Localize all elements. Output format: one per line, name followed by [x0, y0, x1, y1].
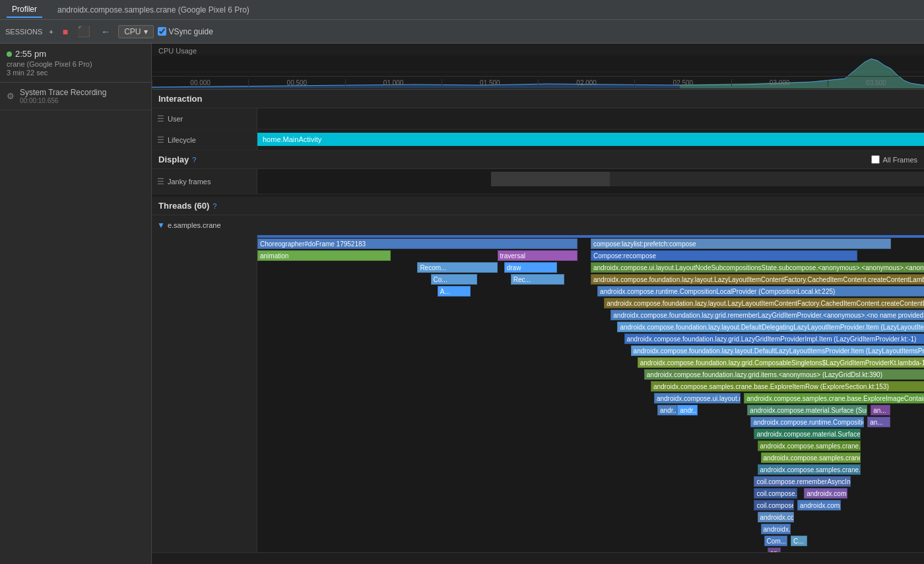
rec-block[interactable]: Rec... — [511, 274, 564, 285]
row11: androidx.compose.foundation.lazy.grid.it… — [257, 369, 924, 380]
compose-com-block[interactable]: androidx.com... — [758, 512, 795, 522]
thread-labels-col — [152, 235, 257, 552]
session-time-row: 2:55 pm — [7, 49, 145, 59]
traversal-block[interactable]: traversal — [498, 250, 578, 261]
explore-l-block[interactable]: androidx.compose.samples.crane.base.Expl… — [758, 441, 861, 451]
trace-content[interactable]: Interaction ☰ User ☰ Lifecycle home.Mai — [152, 90, 924, 564]
display-help-icon: ? — [192, 156, 196, 164]
choreographer-block[interactable]: Choreographer#doFrame 17952183 — [257, 238, 578, 249]
composable-singletons-block[interactable]: androidx.compose.foundation.lazy.grid.Co… — [638, 357, 924, 368]
explore-image-container-block[interactable]: androidx.compose.samples.crane.base.Expl… — [744, 393, 924, 404]
lazy-grid-items-block[interactable]: androidx.compose.foundation.lazy.grid.it… — [644, 369, 924, 380]
recording-item[interactable]: ⚙ System Trace Recording 00:00:10.656 — [0, 83, 151, 110]
ruler-1: 00.500 — [248, 79, 345, 87]
choreographer-row: Choreographer#doFrame 17952183 compose:l… — [257, 238, 924, 250]
surface-block[interactable]: androidx.compose.material.Surface (Surfa… — [747, 405, 867, 415]
janky-hamburger-icon[interactable]: ☰ — [157, 177, 164, 186]
threads-title: Threads (60) — [158, 201, 209, 211]
vsync-guide-checkbox[interactable]: VSync guide — [158, 27, 213, 36]
composition-local-block[interactable]: androidx.compose.runtime.CompositionLoca… — [597, 286, 924, 297]
display-title: Display — [158, 155, 189, 164]
cpu-selector[interactable]: CPU ▾ — [118, 25, 153, 38]
lifecycle-label: Lifecycle — [168, 136, 196, 144]
app-tab[interactable]: androidx.compose.samples.crane (Google P… — [52, 3, 255, 17]
coil-remember-block[interactable]: coil.compose.rememberAsyncImagePainter (… — [754, 476, 850, 487]
compose-recompose-block[interactable]: Compose:recompose — [591, 250, 857, 261]
sessions-label: SESSIONS — [5, 28, 42, 36]
interaction-section-header[interactable]: Interaction — [152, 90, 924, 108]
row8: androidx.compose.foundation.lazy.grid.La… — [257, 333, 924, 345]
ruler-0: 00.000 — [152, 79, 248, 87]
compose-prefetch-block[interactable]: compose:lazylist:prefetch:compose — [591, 238, 891, 249]
janky-frames-label: Janky frames — [168, 178, 211, 186]
an-row26[interactable]: an... — [768, 547, 781, 552]
add-session-button[interactable]: + — [46, 26, 55, 37]
compose-compo-block[interactable]: androidx.compo... — [797, 500, 841, 511]
recom-block[interactable]: Recom... — [417, 262, 497, 273]
cached-block[interactable]: androidx.compose.foundation.lazy.layout.… — [604, 298, 924, 308]
row10: androidx.compose.foundation.lazy.grid.Co… — [257, 357, 924, 369]
row9: androidx.compose.foundation.lazy.layout.… — [257, 345, 924, 357]
composition-local2-block[interactable]: androidx.compose.runtime.CompositionLoca… — [750, 417, 864, 427]
co-block[interactable]: Co... — [431, 274, 478, 285]
row26: an... — [257, 547, 924, 552]
profiler-tab[interactable]: Profiler — [7, 2, 42, 18]
lifecycle-content: home.MainActivity — [257, 129, 924, 150]
andr-block2[interactable]: andr... — [677, 405, 697, 415]
explore-it-block[interactable]: androidx.compose.samples.crane.base.Expl… — [761, 452, 861, 463]
com-block[interactable]: Com... — [764, 536, 787, 546]
all-frames-checkbox[interactable]: All Frames — [871, 155, 917, 164]
andr-block1[interactable]: andr... — [657, 405, 677, 415]
row24: androidx.com... — [257, 523, 924, 535]
an-block2[interactable]: an... — [867, 417, 890, 427]
draw-block[interactable]: draw — [504, 262, 558, 273]
recording-indicator — [7, 52, 12, 57]
flame-chart[interactable]: Choreographer#doFrame 17952183 compose:l… — [152, 235, 924, 552]
cpu-chart: CPU Usage 00.000 00.500 01.000 01.500 — [152, 44, 924, 90]
ruler-6: 03.000 — [731, 79, 828, 87]
ruler-3: 01.500 — [442, 79, 538, 87]
a-block[interactable]: A... — [438, 286, 471, 297]
lazy-items-block[interactable]: androidx.compose.foundation.lazy.layout.… — [631, 345, 924, 356]
an-block1[interactable]: an... — [871, 405, 890, 415]
user-hamburger-icon[interactable]: ☰ — [157, 114, 164, 123]
explore-l2-block[interactable]: androidx.compose.samples.crane.base.Expl… — [758, 464, 861, 475]
user-label: User — [168, 115, 183, 123]
compose-ui-block[interactable]: androidx.compose.ui.layout.LayoutNodeSub… — [591, 262, 924, 273]
all-frames-label: All Frames — [882, 156, 917, 164]
sidebar: 2:55 pm crane (Google Pixel 6 Pro) 3 min… — [0, 44, 152, 564]
c-block[interactable]: C... — [791, 536, 807, 546]
row25: Com... C... — [257, 535, 924, 547]
stop-button[interactable]: ■ — [60, 25, 71, 38]
recording-name: System Trace Recording — [20, 88, 106, 97]
grid-impl-block[interactable]: androidx.compose.foundation.lazy.grid.La… — [624, 334, 925, 344]
main-layout: 2:55 pm crane (Google Pixel 6 Pro) 3 min… — [0, 44, 924, 564]
lazy-factory-block[interactable]: androidx.compose.foundation.lazy.layout.… — [591, 274, 924, 285]
thread-group-arrow-icon: ▼ — [157, 221, 165, 230]
display-section-header[interactable]: Display ? All Frames — [152, 151, 924, 169]
lazy-grid-remember-block[interactable]: androidx.compose.foundation.lazy.grid.re… — [610, 310, 924, 320]
threads-section-header[interactable]: Threads (60) ? — [152, 197, 924, 215]
row22: coil.compose.r... androidx.compo... — [257, 499, 924, 511]
explore-item-row-block[interactable]: androidx.compose.samples.crane.base.Expl… — [651, 381, 924, 392]
ruler-5: 02.500 — [634, 79, 731, 87]
compose-com2-block[interactable]: androidx.com... — [761, 524, 791, 534]
back-button[interactable]: ← — [97, 25, 114, 38]
delegating-block[interactable]: androidx.compose.foundation.lazy.layout.… — [617, 322, 924, 332]
record-button[interactable]: ⬛ — [75, 24, 93, 39]
thread-group-header[interactable]: ▼ e.samples.crane — [152, 215, 924, 235]
coil-r2-block[interactable]: coil.compose.r... — [754, 500, 794, 511]
compose-u-block[interactable]: androidx.compose.u... — [804, 488, 847, 499]
animation-block[interactable]: animation — [257, 250, 391, 261]
row4: A... androidx.compose.runtime.Compositio… — [257, 285, 924, 297]
coil-r-block[interactable]: coil.compose.r... — [754, 488, 797, 499]
row23: androidx.com... — [257, 511, 924, 523]
surface-anon-block[interactable]: androidx.compose.material.Surface.<anony… — [754, 429, 861, 439]
compose-ui-m-block[interactable]: androidx.compose.ui.layout.m... — [654, 393, 741, 404]
lifecycle-hamburger-icon[interactable]: ☰ — [157, 135, 164, 145]
thread-group: ▼ e.samples.crane Choreographer#doFrame … — [152, 215, 924, 553]
cpu-label: CPU — [124, 27, 141, 36]
row12: androidx.compose.samples.crane.base.Expl… — [257, 380, 924, 392]
row17: androidx.compose.samples.crane.base.Expl… — [257, 440, 924, 452]
content-area: CPU Usage 00.000 00.500 01.000 01.500 — [152, 44, 924, 564]
